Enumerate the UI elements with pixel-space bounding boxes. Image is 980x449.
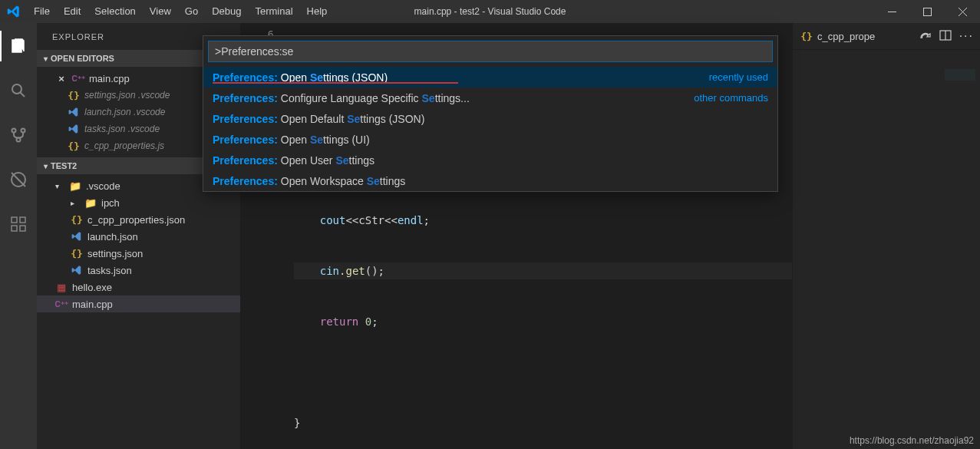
palette-item[interactable]: Preferences:Open Workspace Settings (203, 170, 777, 191)
file-path: .vscode (138, 90, 170, 101)
menu-edit[interactable]: Edit (57, 0, 87, 23)
file-label: launch.json (84, 107, 131, 117)
command-palette-input[interactable] (208, 41, 773, 62)
file-row[interactable]: tasks.json (37, 262, 240, 279)
svg-rect-0 (888, 12, 896, 12)
title-bar: File Edit Selection View Go Debug Termin… (0, 0, 980, 23)
json-icon: {} (71, 247, 83, 259)
menu-help[interactable]: Help (300, 0, 335, 23)
json-icon: {} (800, 30, 813, 42)
file-label: tasks.json (87, 265, 132, 276)
annotation-underline (213, 82, 458, 84)
svg-rect-1 (923, 8, 931, 15)
window-minimize[interactable] (874, 0, 909, 23)
menu-debug[interactable]: Debug (205, 0, 248, 23)
split-editor-icon[interactable] (939, 29, 952, 44)
palette-item[interactable]: Preferences:Open Settings (JSON)recently… (203, 67, 777, 87)
file-row[interactable]: {} settings.json (37, 245, 240, 262)
file-label: c_cpp_properties.js (84, 140, 164, 151)
svg-point-2 (12, 84, 21, 94)
svg-point-3 (12, 129, 16, 133)
svg-rect-9 (12, 226, 17, 231)
chevron-down-icon: ▾ (55, 182, 64, 190)
palette-list: Preferences:Open Settings (JSON)recently… (203, 67, 777, 191)
palette-item[interactable]: Preferences:Open Default Settings (JSON) (203, 108, 777, 129)
minimap[interactable] (945, 69, 975, 107)
palette-item[interactable]: Preferences:Configure Language Specific … (203, 87, 777, 108)
activity-search[interactable] (0, 75, 37, 106)
vs-icon (71, 230, 83, 243)
cpp-icon: C⁺⁺ (55, 298, 68, 310)
workspace-label: TEST2 (51, 161, 77, 170)
svg-rect-10 (20, 226, 25, 231)
file-path: .vscode (128, 124, 160, 134)
activity-scm[interactable] (0, 120, 37, 150)
menu-bar: File Edit Selection View Go Debug Termin… (27, 0, 334, 23)
right-editor-group: {} c_cpp_prope ··· (792, 23, 980, 449)
activity-explorer[interactable] (0, 31, 37, 61)
file-path: .vscode (134, 107, 165, 117)
more-icon[interactable]: ··· (959, 29, 974, 44)
vs-icon (68, 106, 80, 118)
tab-label: c_cpp_prope (817, 31, 875, 42)
folder-icon: 📁 (69, 180, 81, 192)
file-label: launch.json (87, 231, 138, 243)
file-label: main.cpp (72, 299, 113, 310)
svg-rect-8 (20, 217, 25, 223)
activity-extensions[interactable] (0, 209, 37, 239)
folder-label: ipch (101, 197, 120, 209)
menu-file[interactable]: File (27, 0, 57, 23)
watermark: https://blog.csdn.net/zhaojia92 (850, 435, 974, 446)
file-label: hello.exe (72, 282, 112, 293)
vscode-logo (0, 5, 27, 18)
svg-rect-7 (12, 217, 17, 223)
exe-icon: ▦ (55, 281, 68, 293)
svg-point-4 (21, 129, 25, 133)
chevron-down-icon: ▾ (40, 162, 51, 170)
window-maximize[interactable] (909, 0, 945, 23)
cpp-icon: C⁺⁺ (72, 72, 84, 84)
folder-label: .vscode (86, 180, 120, 192)
palette-item[interactable]: Preferences:Open Settings (UI) (203, 129, 777, 150)
file-row[interactable]: launch.json (37, 228, 240, 245)
vs-icon (68, 123, 80, 135)
menu-view[interactable]: View (143, 0, 178, 23)
file-row[interactable]: C⁺⁺ main.cpp (37, 295, 240, 312)
json-icon: {} (68, 140, 80, 152)
file-row[interactable]: {} c_cpp_properties.json (37, 211, 240, 228)
command-palette: Preferences:Open Settings (JSON)recently… (203, 35, 778, 192)
window-title: main.cpp - test2 - Visual Studio Code (414, 6, 566, 17)
folder-row[interactable]: ▸ 📁 ipch (37, 194, 240, 211)
chevron-down-icon: ▾ (40, 54, 51, 63)
json-icon: {} (71, 213, 83, 226)
folder-icon: 📁 (84, 196, 97, 209)
file-label: settings.json (84, 90, 136, 101)
compare-icon[interactable] (919, 29, 932, 44)
json-icon: {} (68, 89, 80, 101)
palette-item[interactable]: Preferences:Open User Settings (203, 150, 777, 170)
file-label: tasks.json (84, 124, 125, 134)
vs-icon (71, 264, 83, 276)
file-label: main.cpp (89, 73, 130, 84)
file-label: settings.json (87, 248, 143, 259)
close-icon[interactable]: × (55, 73, 68, 84)
open-editors-label: OPEN EDITORS (51, 54, 114, 63)
file-row[interactable]: ▦ hello.exe (37, 279, 240, 295)
chevron-right-icon: ▸ (71, 199, 80, 207)
activity-debug[interactable] (0, 164, 37, 195)
file-label: c_cpp_properties.json (87, 214, 185, 226)
window-close[interactable] (945, 0, 980, 23)
menu-selection[interactable]: Selection (87, 0, 142, 23)
menu-terminal[interactable]: Terminal (248, 0, 299, 23)
activity-bar (0, 23, 37, 449)
editor-tab[interactable]: {} c_cpp_prope (793, 23, 883, 50)
menu-go[interactable]: Go (178, 0, 205, 23)
